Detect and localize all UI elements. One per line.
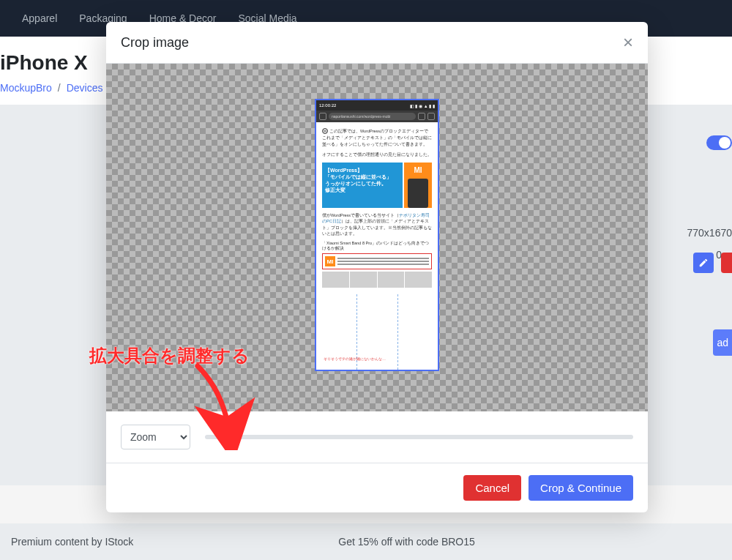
phone-screenshot: 12:00:22 ◧ ▮ ◉ ▲ ▮ ▮ naporitansushi.com/… <box>316 100 438 370</box>
menu-icon <box>427 113 435 120</box>
phone-status-icons: ◧ ▮ ◉ ▲ ▮ ▮ <box>410 103 435 108</box>
modal-footer: Cancel Crop & Continue <box>106 463 648 512</box>
phone-time: 12:00:22 <box>319 103 336 108</box>
phone-article: Wこの記事では、WordPressのブロックエディターでこれまで「メディアとテキ… <box>316 122 438 294</box>
phone-featured-card: 【WordPress】 「モバイルでは縦に並べる」 うっかりオンにしてた件。 修… <box>322 163 432 208</box>
phone-section-title: 「Xiaomi Smart Band 8 Pro」のバンドはどっち向きでつけるか… <box>322 241 432 251</box>
phone-caption: そりそうでテの難が難にないかんな… <box>324 356 386 361</box>
thumb <box>322 272 349 288</box>
wordpress-icon: W <box>322 128 328 134</box>
crop-modal: Crop image × 12:00:22 ◧ ▮ ◉ ▲ ▮ ▮ napori… <box>106 22 648 512</box>
phone-url: naporitansushi.com/wordpress-mobi <box>329 113 416 120</box>
mi-logo-icon: MI <box>411 163 425 177</box>
featured-title: 【WordPress】 「モバイルでは縦に並べる」 うっかりオンにしてた件。 修… <box>322 163 403 208</box>
thumb <box>350 272 377 288</box>
phone-thumbnails <box>322 272 432 288</box>
phone-paragraph: 僕がWordPressで書いている当サイト（ナポリタン寿司のPC日記）は、記事上… <box>322 212 432 236</box>
phone-statusbar: 12:00:22 ◧ ▮ ◉ ▲ ▮ ▮ <box>316 100 438 111</box>
modal-title: Crop image <box>121 35 189 51</box>
crop-continue-button[interactable]: Crop & Continue <box>529 475 633 501</box>
modal-header: Crop image × <box>106 22 648 64</box>
phone-preview[interactable]: 12:00:22 ◧ ▮ ◉ ▲ ▮ ▮ naporitansushi.com/… <box>315 99 439 371</box>
home-icon <box>319 113 326 120</box>
phone-mockup-icon <box>408 179 428 208</box>
phone-highlight-box: MI <box>322 253 432 269</box>
zoom-slider[interactable] <box>205 430 633 444</box>
cancel-button[interactable]: Cancel <box>463 475 521 501</box>
thumb <box>405 272 432 288</box>
thumb <box>378 272 405 288</box>
zoom-controls: Zoom <box>106 411 648 463</box>
slider-thumb[interactable] <box>225 431 236 443</box>
zoom-select[interactable]: Zoom <box>121 425 190 449</box>
text-lines <box>337 256 429 266</box>
annotation-label: 拡大具合を調整する <box>89 344 250 367</box>
phone-paragraph: Wこの記事では、WordPressのブロックエディターでこれまで「メディアとテキ… <box>322 128 432 147</box>
slider-track <box>205 435 633 439</box>
plus-icon <box>418 113 425 120</box>
mi-logo-icon: MI <box>325 256 335 266</box>
phone-paragraph: オフにすることで僕の理想通りの見た目になりました。 <box>322 152 432 158</box>
phone-urlbar: naporitansushi.com/wordpress-mobi <box>316 111 438 122</box>
featured-thumb: MI <box>404 163 432 208</box>
close-icon[interactable]: × <box>623 34 633 51</box>
